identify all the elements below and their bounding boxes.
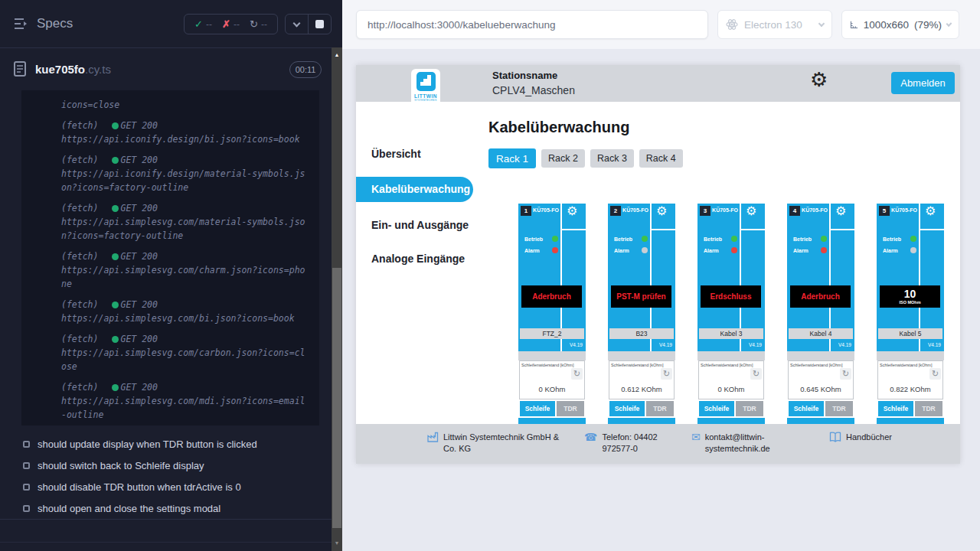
scroll-up-icon[interactable]: ▲: [332, 47, 342, 61]
footer-phone: ☎ Telefon: 04402 972577-0: [584, 432, 680, 455]
url-input[interactable]: http://localhost:3000/kabelueberwachung: [356, 10, 708, 39]
scroll-down-icon[interactable]: ▼: [332, 536, 342, 549]
tdr-button[interactable]: TDR: [825, 401, 853, 416]
cross-icon: ✗: [222, 18, 230, 30]
test-state-icon: [23, 441, 30, 448]
stop-button[interactable]: [308, 15, 331, 34]
card-model-label: KÜ705-FO: [890, 207, 919, 213]
settings-gear-icon[interactable]: ⚙: [810, 70, 828, 90]
log-entry: (fetch)GET 200 https://api.iconify.desig…: [61, 153, 309, 194]
stat-passed: ✓ --: [194, 18, 212, 30]
betrieb-led-row: Betrieb: [614, 236, 648, 242]
tab-rack-2[interactable]: Rack 2: [541, 149, 585, 168]
sidebar-item-ein-und-ausgaenge[interactable]: Ein- und Ausgänge: [356, 219, 479, 231]
card-number-badge: 1: [521, 206, 531, 216]
stage: http://localhost:3000/kabelueberwachung …: [342, 0, 980, 551]
command-log: icons=close (fetch)GET 200 https://api.i…: [21, 90, 319, 425]
refresh-icon[interactable]: ↻: [661, 368, 672, 380]
firmware-version: V4.19: [740, 342, 762, 347]
log-entry: (fetch)GET 200 https://api.simplesvg.com…: [61, 249, 309, 291]
firmware-version: V4.19: [650, 342, 672, 347]
tdr-button[interactable]: TDR: [736, 401, 763, 416]
alarm-led: [910, 247, 916, 253]
sidebar-item-uebersicht[interactable]: Übersicht: [356, 148, 479, 160]
alarm-led-row: Alarm: [704, 247, 737, 253]
app-header: Stationsname CPLV4_Maschen ⚙ Abmelden: [356, 65, 960, 102]
refresh-icon[interactable]: ↻: [750, 368, 762, 380]
betrieb-led: [642, 236, 648, 242]
tdr-button[interactable]: TDR: [646, 401, 674, 416]
cypress-reporter-panel: Specs ✓ -- ✗ -- ↻ --: [0, 0, 342, 551]
cable-name-plate: Kabel 4: [789, 328, 853, 339]
schleife-button[interactable]: Schleife: [789, 401, 824, 416]
logout-button[interactable]: Abmelden: [891, 72, 955, 94]
test-state-icon: [23, 505, 30, 512]
page-title: Kabelüberwachung: [488, 119, 629, 136]
app-sidebar: Übersicht Kabelüberwachung Ein- und Ausg…: [356, 102, 479, 424]
card-gear-icon[interactable]: ⚙: [567, 205, 577, 217]
phone-icon: ☎: [584, 432, 597, 455]
collapse-button[interactable]: [286, 15, 308, 34]
device-card-4: 4 KÜ705-FO ⚙ Betrieb Alarm Aderbruch Kab…: [787, 204, 854, 424]
tdr-button[interactable]: TDR: [557, 401, 584, 416]
betrieb-led-row: Betrieb: [704, 236, 737, 242]
viewport-select[interactable]: 1000x660 (79%): [841, 10, 959, 39]
measurement-value: 0.612 KOhm: [609, 385, 674, 393]
sidebar-item-kabelueberwachung[interactable]: Kabelüberwachung: [356, 177, 473, 202]
card-gear-icon[interactable]: ⚙: [746, 205, 756, 217]
reporter-title: Specs: [37, 16, 73, 31]
reporter-scrollbar[interactable]: ▲ ▼: [332, 47, 342, 551]
schleife-button[interactable]: Schleife: [878, 401, 913, 416]
schleife-button[interactable]: Schleife: [520, 401, 555, 416]
card-gear-icon[interactable]: ⚙: [835, 205, 846, 217]
measurement-value: 0 KOhm: [520, 385, 584, 393]
specs-menu-icon[interactable]: [14, 18, 29, 30]
card-gear-icon[interactable]: ⚙: [656, 205, 667, 217]
chevron-down-icon: [293, 19, 301, 27]
sidebar-item-analoge-eingaenge[interactable]: Analoge Eingänge: [356, 253, 479, 265]
tab-rack-1[interactable]: Rack 1: [488, 148, 536, 168]
refresh-icon[interactable]: ↻: [929, 368, 941, 380]
measurement-value: 0 KOhm: [699, 385, 763, 393]
schleife-button[interactable]: Schleife: [609, 401, 645, 416]
tab-rack-4[interactable]: Rack 4: [639, 149, 683, 168]
test-stats: ✓ -- ✗ -- ↻ --: [184, 14, 278, 34]
status-dot-icon: [112, 336, 119, 343]
tdr-button[interactable]: TDR: [915, 401, 942, 416]
measurement-value: 0.822 KOhm: [878, 385, 942, 393]
betrieb-led: [910, 236, 916, 242]
firmware-version: V4.19: [919, 342, 941, 347]
browser-select[interactable]: Electron 130: [717, 10, 832, 39]
spec-file-row[interactable]: kue705fo.cy.ts 00:11: [0, 48, 332, 90]
electron-icon: [726, 18, 738, 31]
test-item[interactable]: should open and close the settings modal: [0, 497, 332, 519]
log-entry: (fetch)GET 200 https://api.simplesvg.com…: [61, 201, 309, 243]
status-dot-icon: [112, 157, 119, 164]
tab-rack-3[interactable]: Rack 3: [590, 149, 634, 168]
alarm-led-row: Alarm: [793, 247, 827, 253]
scrollbar-thumb[interactable]: [332, 268, 341, 528]
test-item[interactable]: should switch back to Schleife display: [0, 455, 332, 476]
card-gear-icon[interactable]: ⚙: [925, 205, 936, 217]
card-model-label: KÜ705-FO: [531, 207, 560, 213]
app-kabelueberwachung: Stationsname CPLV4_Maschen ⚙ Abmelden LI…: [356, 65, 960, 464]
factory-icon: [427, 432, 439, 455]
url-toolbar: http://localhost:3000/kabelueberwachung …: [342, 0, 980, 49]
footer-manuals[interactable]: Handbücher: [829, 432, 892, 443]
device-card-1: 1 KÜ705-FO ⚙ Betrieb Alarm Aderbruch FTZ…: [518, 204, 586, 424]
betrieb-led-row: Betrieb: [524, 236, 558, 242]
schleife-button[interactable]: Schleife: [699, 401, 734, 416]
card-model-label: KÜ705-FO: [621, 207, 650, 213]
status-dot-icon: [112, 253, 119, 260]
stop-icon: [315, 20, 324, 28]
status-display: PST-M prüfen: [611, 285, 671, 308]
test-item[interactable]: should update display when TDR button is…: [0, 433, 332, 455]
log-entry: icons=close: [61, 98, 309, 112]
cable-name-plate: FTZ_2: [520, 328, 584, 339]
refresh-icon[interactable]: ↻: [840, 368, 851, 380]
refresh-icon[interactable]: ↻: [571, 368, 583, 380]
test-item[interactable]: should disable TDR button when tdrActive…: [0, 476, 332, 497]
measurement-box: Schleifenwiderstand [kOhm] ↻ 0.645 KOhm: [788, 360, 854, 399]
device-module: 2 KÜ705-FO ⚙ Betrieb Alarm PST-M prüfen …: [608, 204, 675, 351]
littwin-logo: LITTWIN SYSTEMTECHNIK: [411, 69, 440, 112]
